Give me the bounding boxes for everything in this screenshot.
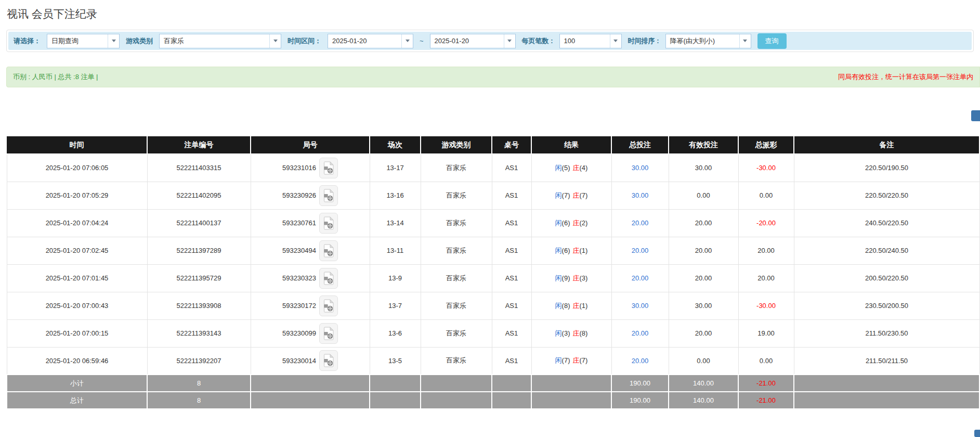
total-payout: -21.00 <box>738 392 794 409</box>
cell-total-bet[interactable]: 30.00 <box>611 292 669 319</box>
cell-valid-bet: 30.00 <box>669 292 738 319</box>
search-button[interactable]: 查询 <box>757 33 787 49</box>
total-count: 8 <box>147 392 251 409</box>
time-sort-value: 降幂(由大到小) <box>666 34 739 48</box>
video-replay-icon[interactable] <box>319 323 338 344</box>
cell-session: 13-5 <box>370 347 421 375</box>
video-replay-icon[interactable] <box>319 295 338 316</box>
date-to-dropdown-button[interactable] <box>504 34 515 48</box>
cell-total-bet[interactable]: 30.00 <box>611 154 669 182</box>
cell-payout: 20.00 <box>738 237 794 264</box>
cell-round: 593230761 <box>251 209 370 237</box>
cell-table: AS1 <box>492 264 531 292</box>
total-bet-link[interactable]: 20.00 <box>632 247 649 254</box>
cutoff-button-fragment-bottom[interactable] <box>974 430 980 437</box>
cell-table: AS1 <box>492 209 531 237</box>
subtotal-payout: -21.00 <box>738 375 794 392</box>
total-total-bet: 190.00 <box>611 392 669 409</box>
game-type-combobox[interactable]: 百家乐 <box>159 34 281 48</box>
time-sort-combobox[interactable]: 降幂(由大到小) <box>665 34 751 48</box>
cutoff-button-fragment-top[interactable] <box>971 110 980 121</box>
page-size-dropdown-button[interactable] <box>610 34 621 48</box>
video-replay-icon[interactable] <box>319 158 338 178</box>
cell-note: 230.50/200.50 <box>794 292 979 319</box>
cell-game-type: 百家乐 <box>421 182 492 209</box>
cell-session: 13-6 <box>370 319 421 347</box>
cell-round: 593230099 <box>251 319 370 347</box>
subtotal-valid-bet: 140.00 <box>669 375 738 392</box>
cell-note: 211.50/230.50 <box>794 319 979 347</box>
video-replay-icon[interactable] <box>319 268 338 289</box>
total-bet-link[interactable]: 30.00 <box>632 302 649 310</box>
cell-total-bet[interactable]: 30.00 <box>611 182 669 209</box>
cell-game-type: 百家乐 <box>421 237 492 264</box>
total-bet-link[interactable]: 20.00 <box>632 274 649 282</box>
round-number: 593230494 <box>282 247 316 254</box>
cell-note: 211.50/211.50 <box>794 347 979 375</box>
chevron-down-icon <box>112 40 116 42</box>
game-type-label: 游戏类别 <box>126 36 153 46</box>
col-header-session: 场次 <box>370 136 421 154</box>
page-title: 视讯 会员下注纪录 <box>7 7 97 21</box>
query-type-combobox[interactable]: 日期查询 <box>47 34 120 48</box>
col-header-game-type: 游戏类别 <box>421 136 492 154</box>
cell-payout: 0.00 <box>738 347 794 375</box>
total-bet-link[interactable]: 20.00 <box>632 329 649 337</box>
date-range-label: 时间区间： <box>288 36 321 46</box>
round-number: 593230761 <box>282 219 316 227</box>
cell-valid-bet: 0.00 <box>669 182 738 209</box>
page-size-combobox[interactable]: 100 <box>559 34 622 48</box>
query-type-dropdown-button[interactable] <box>108 34 119 48</box>
video-replay-icon[interactable] <box>319 213 338 234</box>
chevron-down-icon <box>613 40 618 42</box>
date-from-value: 2025-01-20 <box>328 34 401 48</box>
cell-table: AS1 <box>492 154 531 182</box>
cell-round: 593231016 <box>251 154 370 182</box>
chevron-down-icon <box>273 40 278 42</box>
result-banker: 庄 <box>573 329 580 337</box>
cell-time: 2025-01-20 07:01:45 <box>7 264 147 292</box>
cell-total-bet[interactable]: 20.00 <box>611 264 669 292</box>
subtotal-count: 8 <box>147 375 251 392</box>
table-row: 2025-01-20 07:00:43 522211393908 5932301… <box>7 292 979 319</box>
subtotal-label: 小计 <box>7 375 147 392</box>
cell-time: 2025-01-20 07:00:15 <box>7 319 147 347</box>
cell-total-bet[interactable]: 20.00 <box>611 347 669 375</box>
cell-game-type: 百家乐 <box>421 319 492 347</box>
date-from-dropdown-button[interactable] <box>401 34 413 48</box>
result-player: 闲 <box>555 191 562 199</box>
result-player-score: (8) <box>562 302 570 310</box>
date-to-combobox[interactable]: 2025-01-20 <box>430 34 516 48</box>
cell-total-bet[interactable]: 20.00 <box>611 237 669 264</box>
total-bet-link[interactable]: 30.00 <box>632 164 649 172</box>
cell-session: 13-17 <box>370 154 421 182</box>
result-player-score: (6) <box>562 219 570 227</box>
cell-note: 200.50/220.50 <box>794 264 979 292</box>
date-from-combobox[interactable]: 2025-01-20 <box>328 34 413 48</box>
summary-bar: 币别 : 人民币 | 总共 :8 注单 | 同局有效投注，统一计算在该局第一张注… <box>6 67 980 87</box>
cell-time: 2025-01-20 06:59:46 <box>7 347 147 375</box>
game-type-dropdown-button[interactable] <box>269 34 281 48</box>
cell-payout: 20.00 <box>738 264 794 292</box>
cell-total-bet[interactable]: 20.00 <box>611 209 669 237</box>
result-player: 闲 <box>555 356 562 364</box>
video-replay-icon[interactable] <box>319 185 338 206</box>
total-bet-link[interactable]: 30.00 <box>632 191 649 199</box>
cell-result: 闲(9)庄(3) <box>531 264 611 292</box>
cell-payout: -20.00 <box>738 209 794 237</box>
cell-result: 闲(7)庄(7) <box>531 347 611 375</box>
cell-game-type: 百家乐 <box>421 347 492 375</box>
video-replay-icon[interactable] <box>319 240 338 261</box>
col-header-payout: 总派彩 <box>738 136 794 154</box>
video-replay-icon[interactable] <box>319 350 338 371</box>
total-bet-link[interactable]: 20.00 <box>632 357 649 365</box>
date-range-separator: ~ <box>420 37 424 45</box>
cell-round: 593230323 <box>251 264 370 292</box>
total-label: 总计 <box>7 392 147 409</box>
total-bet-link[interactable]: 20.00 <box>632 219 649 227</box>
cell-total-bet[interactable]: 20.00 <box>611 319 669 347</box>
cell-note: 220.50/190.50 <box>794 154 979 182</box>
time-sort-dropdown-button[interactable] <box>739 34 751 48</box>
table-row: 2025-01-20 07:02:45 522211397289 5932304… <box>7 237 979 264</box>
round-number: 593231016 <box>282 164 316 172</box>
